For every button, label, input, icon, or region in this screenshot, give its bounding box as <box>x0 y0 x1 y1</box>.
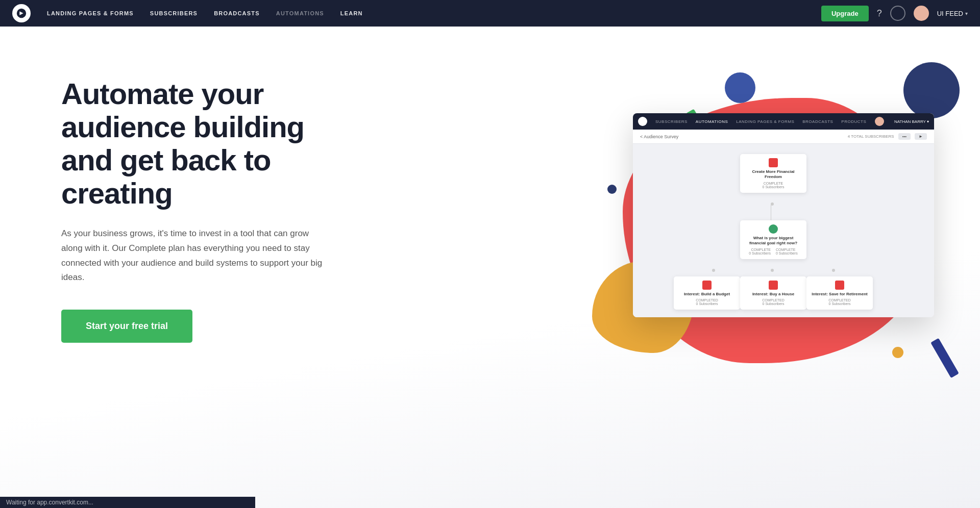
cta-button[interactable]: Start your free trial <box>61 310 192 343</box>
app-toolbar: < Audience Survey 4 TOTAL SUBSCRIBERS ••… <box>633 130 934 144</box>
flow-dot-2a <box>712 269 715 272</box>
navbar: LANDING PAGES & FORMS SUBSCRIBERS BROADC… <box>0 0 980 27</box>
flow-dot-2c <box>832 269 835 272</box>
node-icon-5 <box>835 281 844 290</box>
hero-illustration: SUBSCRIBERS AUTOMATIONS LANDING PAGES & … <box>582 57 980 445</box>
nav-subscribers[interactable]: SUBSCRIBERS <box>150 10 198 16</box>
app-nav-subscribers: SUBSCRIBERS <box>655 119 688 124</box>
flow-node-4: Interest: Buy a House COMPLETED0 Subscri… <box>740 276 806 310</box>
flow-node-3: Interest: Build a Budget COMPLETED0 Subs… <box>674 276 740 310</box>
dot-yellow <box>892 347 903 358</box>
user-menu[interactable]: UI FEED ▾ <box>937 10 968 17</box>
dot-navy-sm <box>607 185 617 194</box>
app-status-area: 4 TOTAL SUBSCRIBERS ••• ► <box>848 133 927 140</box>
help-button[interactable]: ? <box>877 8 882 19</box>
node-title-3: Interest: Build a Budget <box>679 292 735 297</box>
app-screenshot: SUBSCRIBERS AUTOMATIONS LANDING PAGES & … <box>633 113 934 317</box>
app-status-text: 4 TOTAL SUBSCRIBERS <box>848 134 894 139</box>
app-nav-landing: LANDING PAGES & FORMS <box>736 119 794 124</box>
hero-title: Automate your audience building and get … <box>61 78 347 210</box>
nav-links: LANDING PAGES & FORMS SUBSCRIBERS BROADC… <box>47 10 821 16</box>
app-user-label: NATHAN BARRY ▾ <box>894 119 929 124</box>
app-nav-products: PRODUCTS <box>841 119 866 124</box>
nav-landing-pages[interactable]: LANDING PAGES & FORMS <box>47 10 134 16</box>
node-icon-4 <box>769 281 778 290</box>
hero-content: Automate your audience building and get … <box>0 27 347 384</box>
search-button[interactable] <box>890 6 905 21</box>
status-bar: Waiting for app.convertkit.com... <box>0 497 255 508</box>
node-sub-2a: COMPLETE COMPLETE <box>745 248 801 251</box>
dot-blue-large <box>725 72 755 103</box>
flow-node-1: Create More FinancialFreedom COMPLETE0 S… <box>740 154 806 193</box>
app-canvas: Create More FinancialFreedom COMPLETE0 S… <box>633 144 934 317</box>
app-navbar: SUBSCRIBERS AUTOMATIONS LANDING PAGES & … <box>633 113 934 130</box>
flow-node-5: Interest: Save for Retirement COMPLETED0… <box>806 276 873 310</box>
node-title-2: What is your biggestfinancial goal right… <box>745 236 801 246</box>
app-run-btn: ► <box>915 133 927 140</box>
app-back-button: < Audience Survey <box>640 134 678 139</box>
node-sub-1: COMPLETE0 Subscribers <box>745 182 801 189</box>
node-title-5: Interest: Save for Retirement <box>812 292 868 297</box>
hero-subtitle: As your business grows, it's time to inv… <box>61 226 332 286</box>
flow-node-2: What is your biggestfinancial goal right… <box>740 220 806 259</box>
node-sub-3: COMPLETED0 Subscribers <box>679 298 735 306</box>
nav-automations[interactable]: AUTOMATIONS <box>276 10 324 16</box>
app-avatar <box>875 117 884 126</box>
avatar[interactable] <box>914 6 929 21</box>
node-sub-4: COMPLETED0 Subscribers <box>745 298 801 306</box>
nav-learn[interactable]: LEARN <box>340 10 363 16</box>
node-sub-5: COMPLETED0 Subscribers <box>812 298 868 306</box>
upgrade-button[interactable]: Upgrade <box>821 6 869 21</box>
node-sub-2b: 0 Subscribers 0 Subscribers <box>745 251 801 255</box>
flow-dot-1 <box>771 202 774 206</box>
user-caret-icon: ▾ <box>965 11 968 16</box>
flow-dot-2b <box>771 269 774 272</box>
nav-right: Upgrade ? UI FEED ▾ <box>821 6 968 21</box>
app-nav-automations: AUTOMATIONS <box>696 119 728 124</box>
node-title-1: Create More FinancialFreedom <box>745 169 801 180</box>
flow-connector-1 <box>771 205 771 220</box>
status-text: Waiting for app.convertkit.com... <box>6 499 93 506</box>
user-name-label: UI FEED <box>937 10 963 17</box>
nav-logo[interactable] <box>12 4 31 22</box>
nav-broadcasts[interactable]: BROADCASTS <box>214 10 260 16</box>
node-title-4: Interest: Buy a House <box>745 292 801 297</box>
dot-navy-large <box>903 62 960 118</box>
app-logo <box>638 117 647 126</box>
app-nav-broadcasts: BROADCASTS <box>802 119 833 124</box>
node-icon-3 <box>702 281 712 290</box>
node-icon-2 <box>769 224 778 234</box>
app-options-btn: ••• <box>898 133 911 140</box>
rect-blue <box>930 338 959 378</box>
node-icon-1 <box>769 158 778 167</box>
hero-section: Automate your audience building and get … <box>0 27 980 508</box>
